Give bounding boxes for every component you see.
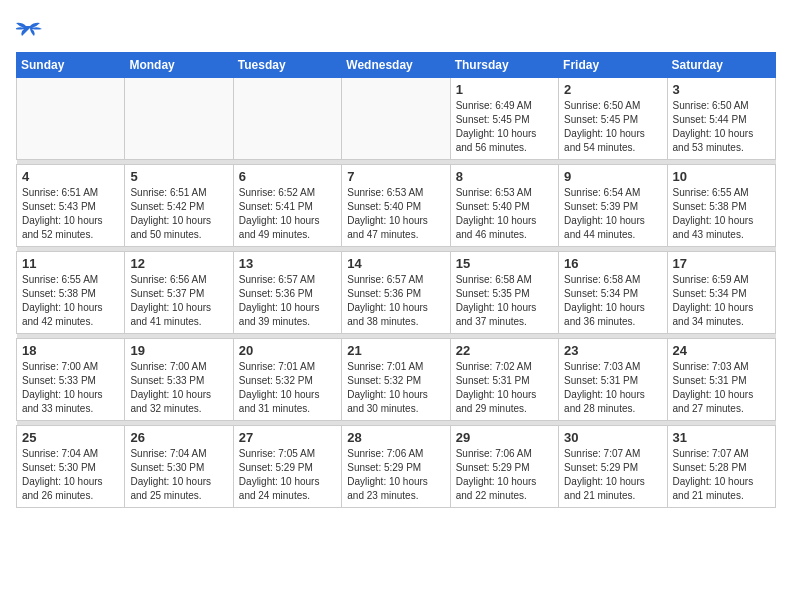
day-number: 2	[564, 82, 661, 97]
page-header	[16, 16, 776, 44]
calendar-week-3: 11Sunrise: 6:55 AMSunset: 5:38 PMDayligh…	[17, 252, 776, 334]
calendar-cell: 17Sunrise: 6:59 AMSunset: 5:34 PMDayligh…	[667, 252, 775, 334]
column-header-wednesday: Wednesday	[342, 53, 450, 78]
calendar-table: SundayMondayTuesdayWednesdayThursdayFrid…	[16, 52, 776, 508]
calendar-cell: 13Sunrise: 6:57 AMSunset: 5:36 PMDayligh…	[233, 252, 341, 334]
day-info: Sunrise: 6:57 AMSunset: 5:36 PMDaylight:…	[347, 273, 444, 329]
calendar-cell: 22Sunrise: 7:02 AMSunset: 5:31 PMDayligh…	[450, 339, 558, 421]
svg-rect-0	[16, 16, 44, 44]
day-info: Sunrise: 7:01 AMSunset: 5:32 PMDaylight:…	[239, 360, 336, 416]
day-number: 12	[130, 256, 227, 271]
day-info: Sunrise: 7:04 AMSunset: 5:30 PMDaylight:…	[22, 447, 119, 503]
calendar-cell: 20Sunrise: 7:01 AMSunset: 5:32 PMDayligh…	[233, 339, 341, 421]
day-number: 27	[239, 430, 336, 445]
day-number: 6	[239, 169, 336, 184]
calendar-week-2: 4Sunrise: 6:51 AMSunset: 5:43 PMDaylight…	[17, 165, 776, 247]
day-info: Sunrise: 7:05 AMSunset: 5:29 PMDaylight:…	[239, 447, 336, 503]
day-info: Sunrise: 6:53 AMSunset: 5:40 PMDaylight:…	[347, 186, 444, 242]
day-info: Sunrise: 6:52 AMSunset: 5:41 PMDaylight:…	[239, 186, 336, 242]
day-number: 16	[564, 256, 661, 271]
column-header-monday: Monday	[125, 53, 233, 78]
day-number: 11	[22, 256, 119, 271]
day-info: Sunrise: 7:00 AMSunset: 5:33 PMDaylight:…	[130, 360, 227, 416]
day-number: 24	[673, 343, 770, 358]
day-number: 23	[564, 343, 661, 358]
calendar-cell: 23Sunrise: 7:03 AMSunset: 5:31 PMDayligh…	[559, 339, 667, 421]
column-header-thursday: Thursday	[450, 53, 558, 78]
day-info: Sunrise: 7:03 AMSunset: 5:31 PMDaylight:…	[673, 360, 770, 416]
day-info: Sunrise: 7:06 AMSunset: 5:29 PMDaylight:…	[456, 447, 553, 503]
day-number: 8	[456, 169, 553, 184]
column-header-tuesday: Tuesday	[233, 53, 341, 78]
calendar-week-1: 1Sunrise: 6:49 AMSunset: 5:45 PMDaylight…	[17, 78, 776, 160]
calendar-cell: 12Sunrise: 6:56 AMSunset: 5:37 PMDayligh…	[125, 252, 233, 334]
day-number: 3	[673, 82, 770, 97]
day-number: 20	[239, 343, 336, 358]
day-info: Sunrise: 6:59 AMSunset: 5:34 PMDaylight:…	[673, 273, 770, 329]
calendar-cell: 1Sunrise: 6:49 AMSunset: 5:45 PMDaylight…	[450, 78, 558, 160]
calendar-cell: 8Sunrise: 6:53 AMSunset: 5:40 PMDaylight…	[450, 165, 558, 247]
calendar-cell: 4Sunrise: 6:51 AMSunset: 5:43 PMDaylight…	[17, 165, 125, 247]
calendar-cell: 5Sunrise: 6:51 AMSunset: 5:42 PMDaylight…	[125, 165, 233, 247]
day-info: Sunrise: 6:54 AMSunset: 5:39 PMDaylight:…	[564, 186, 661, 242]
calendar-week-4: 18Sunrise: 7:00 AMSunset: 5:33 PMDayligh…	[17, 339, 776, 421]
column-header-sunday: Sunday	[17, 53, 125, 78]
calendar-header-row: SundayMondayTuesdayWednesdayThursdayFrid…	[17, 53, 776, 78]
day-info: Sunrise: 7:07 AMSunset: 5:28 PMDaylight:…	[673, 447, 770, 503]
day-number: 29	[456, 430, 553, 445]
day-number: 25	[22, 430, 119, 445]
day-number: 5	[130, 169, 227, 184]
calendar-cell	[17, 78, 125, 160]
calendar-cell	[233, 78, 341, 160]
calendar-week-5: 25Sunrise: 7:04 AMSunset: 5:30 PMDayligh…	[17, 426, 776, 508]
day-number: 28	[347, 430, 444, 445]
day-info: Sunrise: 7:02 AMSunset: 5:31 PMDaylight:…	[456, 360, 553, 416]
day-number: 30	[564, 430, 661, 445]
day-number: 15	[456, 256, 553, 271]
logo	[16, 16, 48, 44]
day-info: Sunrise: 6:55 AMSunset: 5:38 PMDaylight:…	[673, 186, 770, 242]
calendar-cell: 6Sunrise: 6:52 AMSunset: 5:41 PMDaylight…	[233, 165, 341, 247]
day-number: 21	[347, 343, 444, 358]
calendar-cell: 24Sunrise: 7:03 AMSunset: 5:31 PMDayligh…	[667, 339, 775, 421]
day-info: Sunrise: 6:57 AMSunset: 5:36 PMDaylight:…	[239, 273, 336, 329]
calendar-cell: 3Sunrise: 6:50 AMSunset: 5:44 PMDaylight…	[667, 78, 775, 160]
day-info: Sunrise: 6:50 AMSunset: 5:45 PMDaylight:…	[564, 99, 661, 155]
logo-icon	[16, 16, 44, 44]
calendar-cell: 7Sunrise: 6:53 AMSunset: 5:40 PMDaylight…	[342, 165, 450, 247]
day-info: Sunrise: 7:01 AMSunset: 5:32 PMDaylight:…	[347, 360, 444, 416]
calendar-cell: 11Sunrise: 6:55 AMSunset: 5:38 PMDayligh…	[17, 252, 125, 334]
day-number: 17	[673, 256, 770, 271]
day-number: 13	[239, 256, 336, 271]
day-number: 31	[673, 430, 770, 445]
day-number: 22	[456, 343, 553, 358]
calendar-cell	[125, 78, 233, 160]
day-info: Sunrise: 6:56 AMSunset: 5:37 PMDaylight:…	[130, 273, 227, 329]
calendar-cell: 21Sunrise: 7:01 AMSunset: 5:32 PMDayligh…	[342, 339, 450, 421]
day-info: Sunrise: 7:07 AMSunset: 5:29 PMDaylight:…	[564, 447, 661, 503]
day-number: 14	[347, 256, 444, 271]
calendar-cell: 2Sunrise: 6:50 AMSunset: 5:45 PMDaylight…	[559, 78, 667, 160]
day-info: Sunrise: 6:53 AMSunset: 5:40 PMDaylight:…	[456, 186, 553, 242]
calendar-cell: 27Sunrise: 7:05 AMSunset: 5:29 PMDayligh…	[233, 426, 341, 508]
day-number: 19	[130, 343, 227, 358]
calendar-cell: 31Sunrise: 7:07 AMSunset: 5:28 PMDayligh…	[667, 426, 775, 508]
day-number: 18	[22, 343, 119, 358]
calendar-cell: 14Sunrise: 6:57 AMSunset: 5:36 PMDayligh…	[342, 252, 450, 334]
calendar-cell: 15Sunrise: 6:58 AMSunset: 5:35 PMDayligh…	[450, 252, 558, 334]
calendar-cell: 26Sunrise: 7:04 AMSunset: 5:30 PMDayligh…	[125, 426, 233, 508]
calendar-cell	[342, 78, 450, 160]
calendar-cell: 19Sunrise: 7:00 AMSunset: 5:33 PMDayligh…	[125, 339, 233, 421]
day-number: 7	[347, 169, 444, 184]
calendar-cell: 25Sunrise: 7:04 AMSunset: 5:30 PMDayligh…	[17, 426, 125, 508]
column-header-saturday: Saturday	[667, 53, 775, 78]
calendar-cell: 28Sunrise: 7:06 AMSunset: 5:29 PMDayligh…	[342, 426, 450, 508]
day-info: Sunrise: 7:04 AMSunset: 5:30 PMDaylight:…	[130, 447, 227, 503]
day-info: Sunrise: 6:58 AMSunset: 5:35 PMDaylight:…	[456, 273, 553, 329]
day-number: 9	[564, 169, 661, 184]
calendar-cell: 18Sunrise: 7:00 AMSunset: 5:33 PMDayligh…	[17, 339, 125, 421]
day-info: Sunrise: 6:49 AMSunset: 5:45 PMDaylight:…	[456, 99, 553, 155]
calendar-cell: 10Sunrise: 6:55 AMSunset: 5:38 PMDayligh…	[667, 165, 775, 247]
day-number: 4	[22, 169, 119, 184]
calendar-cell: 9Sunrise: 6:54 AMSunset: 5:39 PMDaylight…	[559, 165, 667, 247]
